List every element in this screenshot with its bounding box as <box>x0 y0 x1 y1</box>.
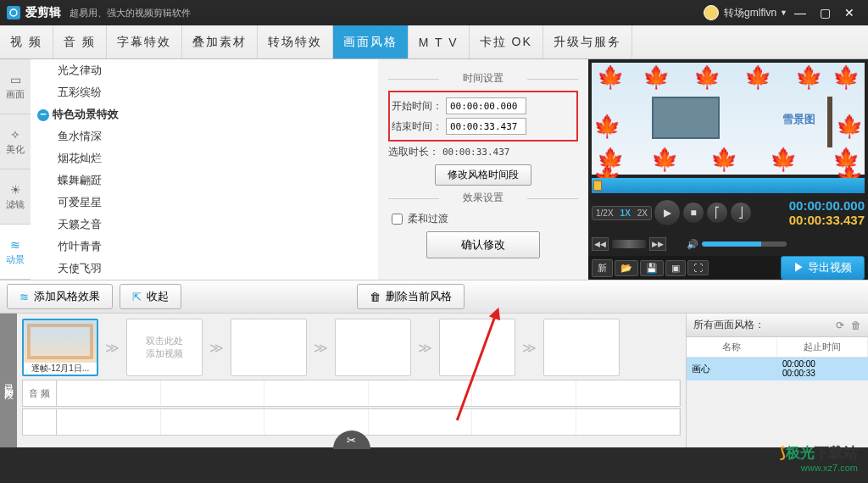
snapshot-icon[interactable]: ▣ <box>665 260 686 276</box>
clip-1[interactable]: ≡ ✕ 逐帧-12月1日... <box>22 319 98 376</box>
list-item[interactable]: 天籁之音 <box>31 214 378 236</box>
volume-icon[interactable]: 🔊 <box>687 239 698 250</box>
confirm-button[interactable]: 确认修改 <box>426 231 540 258</box>
mark-in-button[interactable]: ⎡ <box>706 202 728 224</box>
wave-icon: ≋ <box>19 291 29 303</box>
list-item[interactable]: 蝶舞翩跹 <box>31 169 378 192</box>
list-item[interactable]: 光之律动 <box>31 59 378 81</box>
mark-out-button[interactable]: ⎦ <box>730 202 752 224</box>
tab-video[interactable]: 视 频 <box>0 25 53 58</box>
preview-video[interactable]: 雪景图 🍁🍁🍁🍁🍁🍁 🍁🍁🍁🍁🍁 🍁🍁 🍁🍁 <box>592 63 865 175</box>
collapse-icon: ⇱ <box>132 291 142 303</box>
total-time: 00:00:33.437 <box>789 213 865 227</box>
end-time-input[interactable] <box>446 118 526 135</box>
minimize-button[interactable]: — <box>787 6 813 19</box>
wave-icon: ≋ <box>10 238 20 252</box>
save-icon[interactable]: 💾 <box>640 260 664 276</box>
list-item[interactable]: 天使飞羽 <box>31 258 378 280</box>
clip-caption: 逐帧-12月1日... <box>24 363 97 375</box>
col-name: 名称 <box>687 337 777 357</box>
start-time-input[interactable] <box>446 97 526 114</box>
start-time-label: 开始时间： <box>392 99 442 114</box>
seek-bar[interactable] <box>592 178 865 193</box>
list-item[interactable]: 鱼水情深 <box>31 125 378 147</box>
trash-icon[interactable]: 🗑 <box>851 319 861 331</box>
wm-swirl-icon: ⟆ <box>780 445 786 461</box>
audio-track-1[interactable]: 音 频 <box>22 380 681 407</box>
collapse-button[interactable]: ⇱收起 <box>120 284 181 309</box>
seek-knob[interactable] <box>593 180 602 191</box>
tab-audio[interactable]: 音 频 <box>53 25 107 58</box>
soft-transition-checkbox[interactable] <box>392 214 403 225</box>
list-item[interactable]: 可爱星星 <box>31 192 378 214</box>
clip-empty[interactable] <box>543 319 620 376</box>
styles-row[interactable]: 画心 00:00:00 00:00:33 <box>687 358 868 380</box>
styles-table-header: 名称 起止时间 <box>687 337 868 358</box>
styles-panel-header: 所有画面风格： ⟳ 🗑 <box>687 314 868 337</box>
jog-wheel[interactable] <box>612 240 646 248</box>
volume-slider[interactable] <box>702 242 787 247</box>
tab-overlay[interactable]: 叠加素材 <box>182 25 258 58</box>
open-icon[interactable]: 📂 <box>615 260 638 276</box>
list-group[interactable]: 特色动景特效 <box>31 103 378 125</box>
user-badge[interactable]: 转场gmlflvn ▼ <box>704 5 787 20</box>
timeline: 已添加片段 ≡ ✕ 逐帧-12月1日... ≫ 双击此处 添加视频 ≫ ≫ ≫ … <box>0 314 868 447</box>
modify-time-button[interactable]: 修改风格时间段 <box>435 164 531 186</box>
rail-filter[interactable]: ☀滤镜 <box>0 169 31 225</box>
clip-empty[interactable] <box>335 319 411 376</box>
tab-style[interactable]: 画面风格 <box>333 25 409 58</box>
step-fwd-button[interactable]: ▶▶ <box>649 237 666 251</box>
maximize-button[interactable]: ▢ <box>813 6 837 19</box>
tab-karaoke[interactable]: 卡拉 OK <box>470 25 543 58</box>
new-button[interactable]: 新 <box>592 259 613 277</box>
tab-mtv[interactable]: M T V <box>409 25 470 58</box>
speed-selector: 1/2X 1X 2X <box>592 206 652 220</box>
action-bar: ≋添加风格效果 ⇱收起 🗑删除当前风格 <box>0 280 868 314</box>
app-name: 爱剪辑 <box>25 5 61 20</box>
main-tabs: 视 频 音 频 字幕特效 叠加素材 转场特效 画面风格 M T V 卡拉 OK … <box>0 25 868 59</box>
clip-empty[interactable] <box>231 319 307 376</box>
tab-upgrade[interactable]: 升级与服务 <box>543 25 632 58</box>
list-item[interactable]: 竹叶青青 <box>31 236 378 258</box>
style-row-times: 00:00:00 00:00:33 <box>777 358 868 380</box>
app-logo-icon <box>7 6 20 19</box>
clip-placeholder[interactable]: 双击此处 添加视频 <box>126 319 203 376</box>
speed-half[interactable]: 1/2X <box>593 207 617 219</box>
left-rail: ▭画面 ✧美化 ☀滤镜 ≋动景 <box>0 59 31 280</box>
close-button[interactable]: ✕ <box>837 6 861 19</box>
rail-scene[interactable]: ≋动景 <box>0 225 31 280</box>
speed-2x[interactable]: 2X <box>634 207 651 219</box>
stop-button[interactable]: ■ <box>682 202 704 224</box>
export-icon: ▶ <box>793 261 804 274</box>
current-time: 00:00:00.000 <box>789 198 865 213</box>
transition-icon: ≫ <box>522 340 537 356</box>
watermark-url: www.xz7.com <box>780 463 858 473</box>
preview-pane: 雪景图 🍁🍁🍁🍁🍁🍁 🍁🍁🍁🍁🍁 🍁🍁 🍁🍁 1/2X 1X 2X ▶ ■ ⎡ … <box>588 59 868 280</box>
refresh-icon[interactable]: ⟳ <box>836 319 844 331</box>
preview-bottom-bar: 新 📂 💾 ▣ ⛶ ▶ 导出视频 <box>588 256 868 280</box>
add-style-button[interactable]: ≋添加风格效果 <box>7 284 113 309</box>
transition-icon: ≫ <box>418 340 432 356</box>
timeline-label: 已添加片段 <box>0 314 17 447</box>
step-back-button[interactable]: ◀◀ <box>592 237 609 251</box>
time-highlight-box: 开始时间： 结束时间： <box>388 91 578 142</box>
effects-list[interactable]: 光之律动 五彩缤纷 特色动景特效 鱼水情深 烟花灿烂 蝶舞翩跹 可爱星星 天籁之… <box>31 59 378 280</box>
video-track: ≡ ✕ 逐帧-12月1日... ≫ 双击此处 添加视频 ≫ ≫ ≫ ≫ <box>22 319 681 376</box>
list-item[interactable]: 五彩缤纷 <box>31 81 378 103</box>
styles-panel-title: 所有画面风格： <box>693 318 765 332</box>
transition-icon: ≫ <box>209 340 224 356</box>
list-item[interactable]: 烟花灿烂 <box>31 147 378 169</box>
export-button[interactable]: ▶ 导出视频 <box>781 256 865 280</box>
app-subtitle: 超易用、强大的视频剪辑软件 <box>70 7 191 19</box>
tab-transition[interactable]: 转场特效 <box>258 25 333 58</box>
tab-subtitle[interactable]: 字幕特效 <box>107 25 182 58</box>
transition-icon: ≫ <box>314 340 328 356</box>
rail-frame[interactable]: ▭画面 <box>0 59 31 114</box>
avatar-icon <box>704 5 719 20</box>
speed-1x[interactable]: 1X <box>617 207 634 219</box>
play-button[interactable]: ▶ <box>654 199 681 226</box>
rail-beautify[interactable]: ✧美化 <box>0 114 31 169</box>
delete-style-button[interactable]: 🗑删除当前风格 <box>357 284 465 309</box>
fullscreen-icon[interactable]: ⛶ <box>687 260 709 275</box>
trash-icon: 🗑 <box>370 291 381 303</box>
